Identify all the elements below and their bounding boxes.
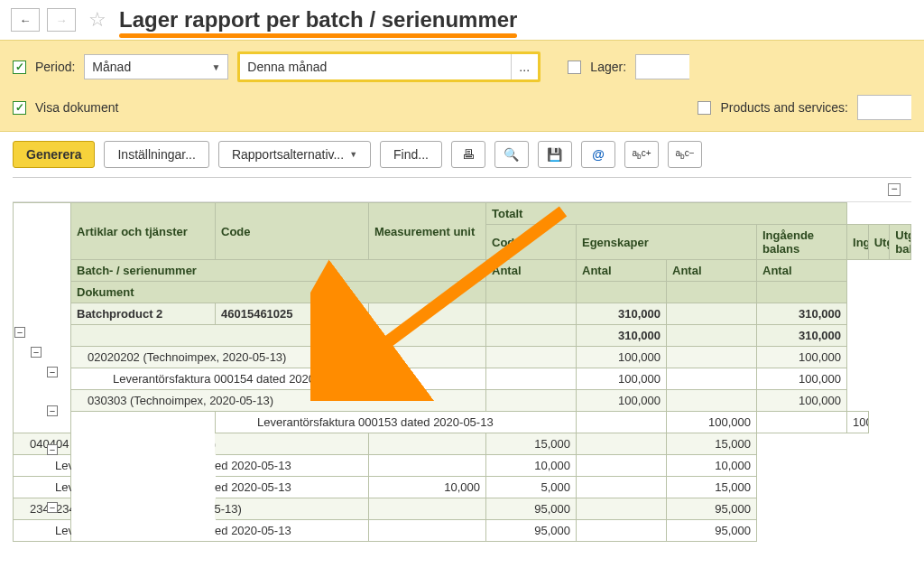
col-batch-serial[interactable]: Batch- / serienummer <box>71 260 486 282</box>
report-options-button[interactable]: Rapportsalternativ... ▼ <box>218 141 371 168</box>
sum-remove-button[interactable]: abc− <box>668 141 702 168</box>
col-dokument[interactable]: Dokument <box>71 282 486 303</box>
col-antal2[interactable]: Antal <box>577 260 667 282</box>
print-button[interactable]: 🖶 <box>451 141 485 168</box>
col-totalt[interactable]: Totalt <box>486 203 847 225</box>
report-grid: Artiklar och tjänster Code Measurement u… <box>13 202 911 542</box>
find-button[interactable]: Find... <box>380 141 442 168</box>
filter-panel: ✓ Period: Månad ▼ Denna månad ... ✓ Lage… <box>0 40 924 132</box>
lager-label: Lager: <box>590 60 626 74</box>
col-antal4[interactable]: Antal <box>757 260 847 282</box>
tree-toggle[interactable]: − <box>47 502 58 513</box>
period-mode-select[interactable]: Månad ▼ <box>84 54 228 79</box>
tree-toggle[interactable]: − <box>47 405 58 416</box>
col-code[interactable]: Code <box>216 203 369 260</box>
magnifier-page-icon: 🔍 <box>504 147 519 162</box>
tree-toggle[interactable]: − <box>31 347 42 358</box>
abc-plus-icon: abc+ <box>632 148 651 161</box>
email-button[interactable]: @ <box>581 141 615 168</box>
col-egenskaper[interactable]: Egenskaper <box>577 225 757 260</box>
floppy-icon: 💾 <box>547 147 562 162</box>
page-title: Lager rapport per batch / serienummer <box>119 7 517 33</box>
period-picker-button[interactable]: ... <box>511 54 538 79</box>
tree-toggle[interactable]: − <box>47 444 58 455</box>
table-row[interactable]: Leverantörsfaktura 000153 dated 2020-05-… <box>14 412 911 433</box>
col-antal3[interactable]: Antal <box>667 260 757 282</box>
col-antal1[interactable]: Antal <box>486 260 577 282</box>
arrow-right-icon: → <box>56 14 68 27</box>
preview-button[interactable]: 🔍 <box>494 141 529 168</box>
nav-back-button[interactable]: ← <box>11 8 40 32</box>
generate-button[interactable]: Generera <box>13 141 95 168</box>
col-utg-balans[interactable]: Utgående balans <box>890 225 911 260</box>
period-label: Period: <box>35 60 75 74</box>
save-button[interactable]: 💾 <box>538 141 572 168</box>
visa-dokument-checkbox[interactable]: ✓ <box>13 101 26 115</box>
nav-forward-button[interactable]: → <box>47 8 76 32</box>
toolbar: Generera Inställningar... Rapportsaltern… <box>0 132 924 177</box>
period-mode-value: Månad <box>92 60 131 74</box>
table-row[interactable]: Leverantörsfaktura 000154 dated 2020-05-… <box>14 368 911 390</box>
collapse-all-button[interactable]: − <box>888 183 901 196</box>
settings-button[interactable]: Inställningar... <box>104 141 208 168</box>
period-value-input[interactable]: Denna månad <box>240 54 511 79</box>
chevron-down-icon: ▼ <box>211 62 220 72</box>
title-underline-annotation <box>119 33 517 38</box>
col-ingaende[interactable]: Ingående <box>847 225 869 260</box>
abc-minus-icon: abc− <box>675 148 694 161</box>
period-checkbox[interactable]: ✓ <box>13 61 26 74</box>
table-row[interactable]: 310,000 310,000 <box>14 325 911 347</box>
table-row[interactable]: Batchproduct 2 46015461025 310,000 310,0… <box>14 303 911 325</box>
arrow-left-icon: ← <box>20 14 32 27</box>
tree-toggle[interactable]: − <box>47 367 58 377</box>
col-articles[interactable]: Artiklar och tjänster <box>71 203 216 260</box>
chevron-down-icon: ▼ <box>349 150 357 159</box>
favorite-star-icon[interactable]: ☆ <box>88 8 106 32</box>
sum-add-button[interactable]: abc+ <box>624 141 659 168</box>
col-measurement[interactable]: Measurement unit <box>369 203 486 260</box>
email-icon: @ <box>592 147 605 162</box>
visa-dokument-label: Visa dokument <box>35 100 118 115</box>
table-row[interactable]: 02020202 (Technoimpex, 2020-05-13) 100,0… <box>14 347 911 368</box>
col-code2[interactable]: Code <box>486 225 577 260</box>
products-label: Products and services: <box>720 100 848 115</box>
products-input[interactable] <box>857 95 911 120</box>
printer-icon: 🖶 <box>462 147 475 162</box>
products-checkbox[interactable]: ✓ <box>698 101 711 115</box>
table-row[interactable]: 030303 (Technoimpex, 2020-05-13) 100,000… <box>14 390 911 412</box>
tree-toggle[interactable]: − <box>14 327 25 338</box>
lager-input[interactable] <box>635 54 689 79</box>
col-utgaende[interactable]: Utgående <box>868 225 890 260</box>
col-ing-balans[interactable]: Ingående balans <box>757 225 847 260</box>
lager-checkbox[interactable]: ✓ <box>568 61 581 74</box>
